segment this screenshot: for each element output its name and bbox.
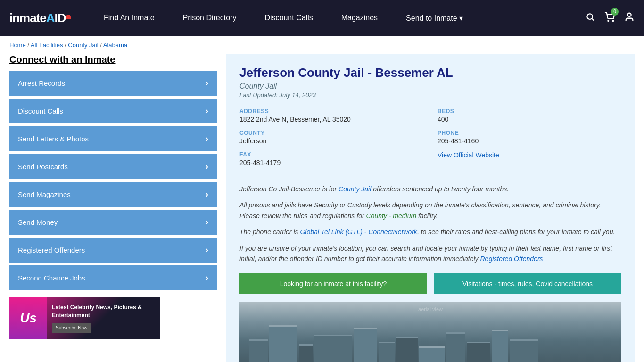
breadcrumb-county-jail[interactable]: County Jail: [68, 41, 98, 49]
sidebar-btn-arrest-records[interactable]: Arrest Records ›: [9, 71, 217, 96]
facility-title: Jefferson County Jail - Bessemer AL: [239, 66, 621, 80]
chevron-icon: ›: [206, 273, 208, 283]
sidebar-ad[interactable]: Us Latest Celebrity News, Pictures & Ent…: [9, 297, 160, 339]
county-value: Jefferson: [239, 137, 423, 145]
sidebar: Connect with an Inmate Arrest Records › …: [9, 54, 217, 362]
address-label: ADDRESS: [239, 108, 423, 115]
fax-block: FAX 205-481-4179: [239, 151, 423, 166]
visitation-button[interactable]: Visitations - times, rules, Covid cancel…: [434, 273, 621, 294]
sidebar-btn-send-postcards[interactable]: Send Postcards ›: [9, 154, 217, 179]
beds-block: BEDS 400: [438, 108, 621, 123]
svg-line-1: [592, 18, 594, 21]
beds-label: BEDS: [438, 108, 621, 115]
navbar: inmateAID Find An Inmate Prison Director…: [0, 0, 644, 36]
nav-icons: 0: [586, 12, 635, 25]
svg-point-0: [587, 14, 593, 19]
chevron-icon: ›: [206, 162, 208, 172]
breadcrumb: Home / All Facilities / County Jail / Al…: [0, 36, 644, 54]
cart-badge: 0: [611, 8, 619, 16]
facility-type: County Jail: [239, 82, 621, 90]
inmate-search-button[interactable]: Looking for an inmate at this facility?: [239, 273, 427, 294]
chevron-icon: ›: [206, 78, 208, 88]
gtl-link[interactable]: Global Tel Link (GTL) - ConnectNetwork: [300, 228, 417, 236]
last-updated: Last Updated: July 14, 2023: [239, 91, 621, 99]
desc3: The phone carrier is Global Tel Link (GT…: [239, 227, 621, 237]
beds-value: 400: [438, 115, 621, 123]
svg-point-4: [627, 13, 631, 16]
ad-title: Latest Celebrity News, Pictures & Entert…: [52, 304, 156, 320]
sidebar-btn-send-magazines[interactable]: Send Magazines ›: [9, 182, 217, 207]
nav-discount-calls[interactable]: Discount Calls: [250, 0, 327, 36]
search-button[interactable]: [586, 12, 595, 24]
breadcrumb-state[interactable]: Alabama: [103, 41, 127, 49]
svg-point-3: [612, 20, 613, 21]
facility-photo: aerial view: [239, 302, 621, 362]
phone-block: PHONE 205-481-4160: [438, 130, 621, 145]
sidebar-btn-second-chance-jobs[interactable]: Second Chance Jobs ›: [9, 265, 217, 290]
user-button[interactable]: [624, 12, 635, 25]
chevron-icon: ›: [206, 106, 208, 116]
main-layout: Connect with an Inmate Arrest Records › …: [0, 54, 644, 362]
phone-value: 205-481-4160: [438, 137, 621, 145]
desc2: All prisons and jails have Security or C…: [239, 200, 621, 221]
nav-find-inmate[interactable]: Find An Inmate: [90, 0, 169, 36]
svg-point-2: [608, 20, 609, 21]
county-jail-link[interactable]: County Jail: [339, 185, 371, 193]
chevron-icon: ›: [206, 189, 208, 199]
address-value: 1822 2nd Ave N, Bessemer, AL 35020: [239, 115, 423, 123]
address-block: ADDRESS 1822 2nd Ave N, Bessemer, AL 350…: [239, 108, 423, 123]
sidebar-btn-discount-calls[interactable]: Discount Calls ›: [9, 99, 217, 123]
sidebar-btn-send-money[interactable]: Send Money ›: [9, 210, 217, 235]
county-medium-link[interactable]: County - medium: [366, 212, 416, 220]
breadcrumb-home[interactable]: Home: [9, 41, 26, 49]
connect-title: Connect with an Inmate: [9, 54, 217, 65]
chevron-icon: ›: [206, 245, 208, 255]
website-block: View Official Website: [438, 151, 621, 166]
desc1: Jefferson Co Jail-Bessemer is for County…: [239, 184, 621, 194]
nav-send-to-inmate[interactable]: Send to Inmate ▾: [392, 0, 477, 36]
nav-magazines[interactable]: Magazines: [327, 0, 392, 36]
website-link[interactable]: View Official Website: [438, 151, 621, 159]
fax-value: 205-481-4179: [239, 159, 423, 166]
fax-label: FAX: [239, 151, 423, 158]
action-buttons: Looking for an inmate at this facility? …: [239, 273, 621, 294]
nav-links: Find An Inmate Prison Directory Discount…: [90, 0, 586, 36]
chevron-icon: ›: [206, 217, 208, 227]
county-label: COUNTY: [239, 130, 423, 136]
desc4: If you are unsure of your inmate's locat…: [239, 243, 621, 264]
divider: [239, 176, 621, 176]
ad-content: Latest Celebrity News, Pictures & Entert…: [47, 300, 160, 337]
ad-logo: Us: [9, 297, 47, 339]
chevron-icon: ›: [206, 134, 208, 144]
breadcrumb-all-facilities[interactable]: All Facilities: [31, 41, 63, 49]
sidebar-btn-send-letters[interactable]: Send Letters & Photos ›: [9, 126, 217, 151]
facility-content: Jefferson County Jail - Bessemer AL Coun…: [226, 54, 635, 362]
phone-label: PHONE: [438, 130, 621, 136]
cart-button[interactable]: 0: [604, 12, 615, 25]
county-block: COUNTY Jefferson: [239, 130, 423, 145]
ad-subscribe-button[interactable]: Subscribe Now: [52, 323, 91, 333]
logo[interactable]: inmateAID: [9, 11, 75, 25]
nav-prison-directory[interactable]: Prison Directory: [169, 0, 251, 36]
sidebar-btn-registered-offenders[interactable]: Registered Offenders ›: [9, 238, 217, 263]
info-grid: ADDRESS 1822 2nd Ave N, Bessemer, AL 350…: [239, 108, 621, 166]
registered-offenders-link[interactable]: Registered Offenders: [480, 255, 543, 263]
